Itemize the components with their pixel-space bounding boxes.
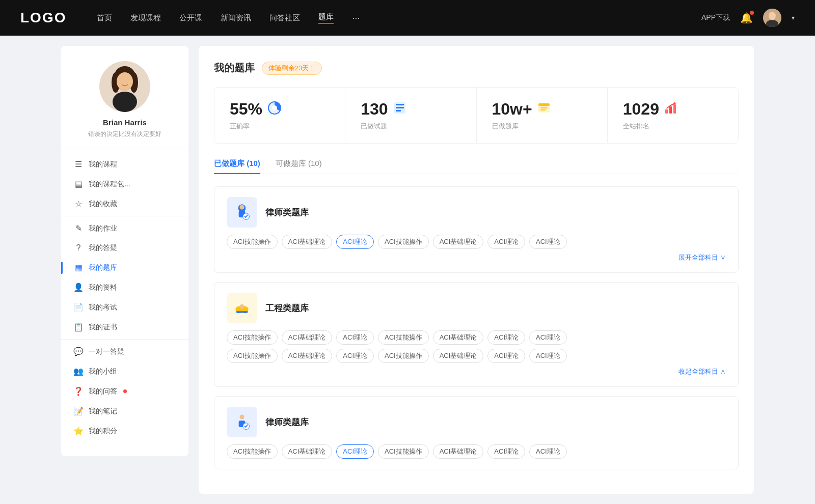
stat-done-questions: 130 已做试题: [345, 88, 476, 143]
notification-dot: [750, 11, 754, 15]
tag[interactable]: ACI基础理论: [433, 330, 484, 345]
divider-2: [61, 339, 188, 340]
tab-available-banks[interactable]: 可做题库 (10): [276, 159, 322, 174]
notification-bell[interactable]: 🔔: [740, 12, 753, 24]
logo: LOGO: [20, 10, 66, 26]
done-banks-label: 已做题库: [492, 122, 592, 131]
stat-accuracy: 55% 正确率: [214, 88, 345, 143]
tag[interactable]: ACI基础理论: [282, 349, 333, 363]
bank-card-engineer: 工程类题库 ACI技能操作 ACI基础理论 ACI理论 ACI技能操作 ACI基…: [214, 282, 739, 387]
done-questions-value: 130: [361, 100, 388, 119]
engineer-bank-title: 工程类题库: [265, 302, 309, 314]
expand-button-1[interactable]: 展开全部科目 ∨: [227, 253, 726, 262]
nav-news[interactable]: 新闻资讯: [221, 13, 251, 23]
qa-icon: ?: [73, 243, 84, 253]
sidebar-item-groups[interactable]: 👥 我的小组: [61, 361, 188, 381]
tag[interactable]: ACI理论: [529, 235, 567, 249]
sidebar-item-favorites[interactable]: ☆ 我的收藏: [61, 194, 188, 214]
lawyer-bank-tags-1: ACI技能操作 ACI基础理论 ACI理论 ACI技能操作 ACI基础理论 AC…: [227, 235, 726, 249]
nav-more[interactable]: ···: [352, 13, 360, 23]
page-title: 我的题库: [214, 61, 255, 75]
user-name: Brian Harris: [71, 118, 178, 127]
content-area: 我的题库 体验剩余23天！ 55% 正确率: [199, 46, 754, 494]
collapse-button[interactable]: 收起全部科目 ∧: [227, 367, 726, 376]
my-qa-dot: [123, 389, 127, 393]
bank-card-lawyer-1: 律师类题库 ACI技能操作 ACI基础理论 ACI理论 ACI技能操作 ACI基…: [214, 186, 739, 273]
trial-badge: 体验剩余23天！: [262, 62, 322, 75]
navbar-right: APP下载 🔔 ▾: [701, 9, 795, 27]
done-questions-icon: [393, 101, 406, 118]
sidebar-item-qa[interactable]: ? 我的答疑: [61, 238, 188, 258]
notes-icon: 📝: [73, 406, 84, 416]
accuracy-label: 正确率: [230, 122, 330, 131]
accuracy-value: 55%: [230, 100, 262, 119]
sidebar-item-points[interactable]: ⭐ 我的积分: [61, 421, 188, 441]
tag[interactable]: ACI理论: [336, 349, 374, 363]
sidebar-item-tutoring[interactable]: 💬 一对一答疑: [61, 342, 188, 361]
tab-done-banks[interactable]: 已做题库 (10): [214, 159, 260, 174]
tag[interactable]: ACI理论: [529, 444, 567, 459]
avatar: [99, 61, 150, 112]
sidebar-item-exam[interactable]: 📄 我的考试: [61, 297, 188, 317]
tag[interactable]: ACI基础理论: [433, 349, 484, 363]
user-menu-chevron[interactable]: ▾: [792, 14, 795, 21]
tag[interactable]: ACI理论: [529, 349, 567, 363]
app-download-link[interactable]: APP下载: [701, 13, 730, 22]
homework-icon: ✎: [73, 223, 84, 233]
svg-rect-21: [669, 106, 672, 114]
lawyer-bank-tags-2: ACI技能操作 ACI基础理论 ACI理论 ACI技能操作 ACI基础理论 AC…: [227, 444, 726, 459]
tag[interactable]: ACI技能操作: [227, 349, 278, 363]
user-avatar-nav[interactable]: [763, 9, 781, 27]
sidebar-item-certificate[interactable]: 📋 我的证书: [61, 317, 188, 337]
tag[interactable]: ACI技能操作: [378, 235, 429, 249]
tag[interactable]: ACI理论: [487, 235, 525, 249]
tag[interactable]: ACI基础理论: [433, 444, 484, 459]
tag[interactable]: ACI理论: [487, 444, 525, 459]
sidebar-item-question-bank[interactable]: ▦ 我的题库: [61, 258, 188, 277]
nav-discover[interactable]: 发现课程: [130, 13, 161, 23]
svg-rect-18: [540, 107, 548, 108]
sidebar-item-my-qa[interactable]: ❓ 我的问答: [61, 381, 188, 401]
tag[interactable]: ACI基础理论: [433, 235, 484, 249]
stat-done-banks: 10w+ 已做题库: [477, 88, 608, 143]
tag[interactable]: ACI技能操作: [227, 444, 278, 459]
nav-question-bank[interactable]: 题库: [318, 12, 334, 24]
tag[interactable]: ACI理论: [487, 349, 525, 363]
tag-active[interactable]: ACI理论: [336, 444, 374, 459]
course-packages-icon: ▤: [73, 179, 84, 189]
accuracy-icon: [267, 101, 282, 118]
tag[interactable]: ACI技能操作: [378, 444, 429, 459]
courses-icon: ☰: [73, 159, 84, 169]
favorites-icon: ☆: [73, 199, 84, 209]
nav-open-course[interactable]: 公开课: [179, 13, 202, 23]
ranking-value: 1029: [623, 100, 659, 119]
tag[interactable]: ACI技能操作: [378, 349, 429, 363]
tag[interactable]: ACI理论: [487, 330, 525, 345]
done-questions-label: 已做试题: [361, 122, 460, 131]
nav-qa[interactable]: 问答社区: [269, 13, 300, 23]
sidebar-item-notes[interactable]: 📝 我的笔记: [61, 401, 188, 421]
svg-rect-14: [396, 107, 404, 108]
lawyer-bank-icon-2: [227, 407, 257, 437]
svg-point-11: [272, 105, 277, 110]
sidebar-item-profile[interactable]: 👤 我的资料: [61, 277, 188, 297]
sidebar-item-courses[interactable]: ☰ 我的课程: [61, 154, 188, 174]
done-banks-icon: [537, 101, 551, 118]
tag[interactable]: ACI理论: [336, 330, 374, 345]
tag[interactable]: ACI基础理论: [282, 330, 333, 345]
tag[interactable]: ACI技能操作: [227, 235, 278, 249]
tutoring-icon: 💬: [73, 347, 84, 356]
svg-rect-22: [673, 104, 676, 114]
tag[interactable]: ACI技能操作: [378, 330, 429, 345]
tag[interactable]: ACI理论: [529, 330, 567, 345]
tag[interactable]: ACI基础理论: [282, 235, 333, 249]
sidebar-item-homework[interactable]: ✎ 我的作业: [61, 218, 188, 238]
sidebar-item-course-packages[interactable]: ▤ 我的课程包...: [61, 174, 188, 194]
done-banks-value: 10w+: [492, 100, 532, 119]
tag-active[interactable]: ACI理论: [336, 235, 374, 249]
page-header: 我的题库 体验剩余23天！: [214, 61, 739, 75]
stats-row: 55% 正确率 130: [214, 87, 739, 144]
tag[interactable]: ACI技能操作: [227, 330, 278, 345]
nav-home[interactable]: 首页: [97, 13, 112, 23]
tag[interactable]: ACI基础理论: [282, 444, 333, 459]
